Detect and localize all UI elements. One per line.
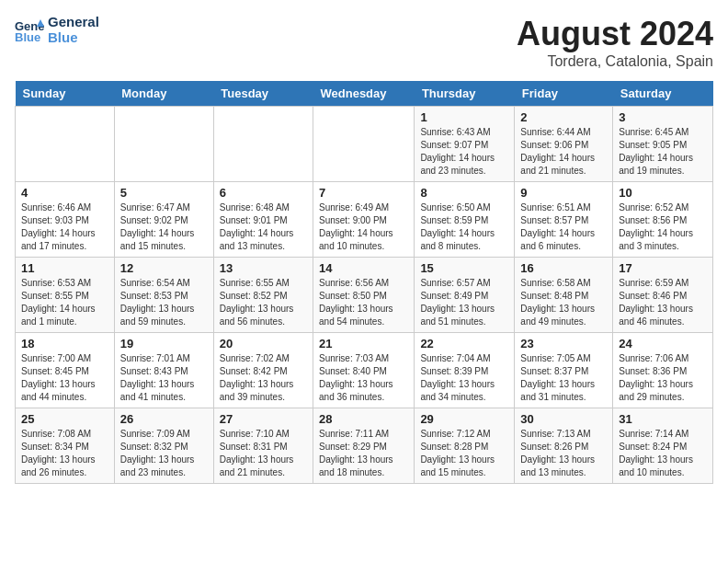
calendar-cell: 20Sunrise: 7:02 AM Sunset: 8:42 PM Dayli… xyxy=(213,333,313,408)
calendar-cell: 7Sunrise: 6:49 AM Sunset: 9:00 PM Daylig… xyxy=(313,182,415,258)
calendar-header-row: SundayMondayTuesdayWednesdayThursdayFrid… xyxy=(16,81,713,107)
day-info: Sunrise: 6:58 AM Sunset: 8:48 PM Dayligh… xyxy=(520,277,607,328)
calendar-cell: 22Sunrise: 7:04 AM Sunset: 8:39 PM Dayli… xyxy=(415,333,515,408)
calendar-cell xyxy=(114,107,213,182)
day-number: 7 xyxy=(319,186,408,200)
day-number: 11 xyxy=(21,261,108,275)
calendar-cell: 13Sunrise: 6:55 AM Sunset: 8:52 PM Dayli… xyxy=(213,258,313,333)
day-number: 16 xyxy=(520,261,607,275)
day-number: 17 xyxy=(619,261,707,275)
calendar-cell xyxy=(16,107,115,182)
logo: General Blue General Blue xyxy=(15,15,99,45)
calendar-cell xyxy=(313,107,415,182)
calendar-cell: 30Sunrise: 7:13 AM Sunset: 8:26 PM Dayli… xyxy=(515,408,613,484)
day-number: 23 xyxy=(520,337,607,350)
calendar-cell: 12Sunrise: 6:54 AM Sunset: 8:53 PM Dayli… xyxy=(114,258,213,333)
calendar-title-area: August 2024 Tordera, Catalonia, Spain xyxy=(517,15,713,70)
day-info: Sunrise: 7:14 AM Sunset: 8:24 PM Dayligh… xyxy=(619,428,707,479)
day-info: Sunrise: 6:54 AM Sunset: 8:53 PM Dayligh… xyxy=(120,277,208,328)
day-info: Sunrise: 7:10 AM Sunset: 8:31 PM Dayligh… xyxy=(220,428,307,479)
day-number: 4 xyxy=(21,186,108,200)
day-info: Sunrise: 7:11 AM Sunset: 8:29 PM Dayligh… xyxy=(319,428,408,479)
calendar-cell: 14Sunrise: 6:56 AM Sunset: 8:50 PM Dayli… xyxy=(313,258,415,333)
day-info: Sunrise: 6:56 AM Sunset: 8:50 PM Dayligh… xyxy=(319,277,408,328)
calendar-cell: 29Sunrise: 7:12 AM Sunset: 8:28 PM Dayli… xyxy=(415,408,515,484)
day-number: 28 xyxy=(319,412,408,426)
day-number: 24 xyxy=(619,337,707,350)
calendar-subtitle: Tordera, Catalonia, Spain xyxy=(517,53,713,70)
calendar-cell: 23Sunrise: 7:05 AM Sunset: 8:37 PM Dayli… xyxy=(515,333,613,408)
calendar-week-2: 4Sunrise: 6:46 AM Sunset: 9:03 PM Daylig… xyxy=(16,182,713,258)
logo-icon: General Blue xyxy=(15,17,44,43)
day-info: Sunrise: 6:55 AM Sunset: 8:52 PM Dayligh… xyxy=(220,277,307,328)
day-info: Sunrise: 7:13 AM Sunset: 8:26 PM Dayligh… xyxy=(520,428,607,479)
day-number: 5 xyxy=(120,186,208,200)
day-number: 9 xyxy=(520,186,607,200)
calendar-cell: 10Sunrise: 6:52 AM Sunset: 8:56 PM Dayli… xyxy=(613,182,713,258)
day-number: 29 xyxy=(420,412,508,426)
calendar-cell: 21Sunrise: 7:03 AM Sunset: 8:40 PM Dayli… xyxy=(313,333,415,408)
header-sunday: Sunday xyxy=(16,81,115,107)
day-info: Sunrise: 6:53 AM Sunset: 8:55 PM Dayligh… xyxy=(21,277,108,328)
day-info: Sunrise: 7:00 AM Sunset: 8:45 PM Dayligh… xyxy=(21,352,108,404)
calendar-cell: 25Sunrise: 7:08 AM Sunset: 8:34 PM Dayli… xyxy=(16,408,115,484)
page-header: General Blue General Blue August 2024 To… xyxy=(15,15,713,70)
calendar-cell: 5Sunrise: 6:47 AM Sunset: 9:02 PM Daylig… xyxy=(114,182,213,258)
day-info: Sunrise: 6:52 AM Sunset: 8:56 PM Dayligh… xyxy=(619,201,707,253)
day-info: Sunrise: 7:03 AM Sunset: 8:40 PM Dayligh… xyxy=(319,352,408,404)
day-info: Sunrise: 6:45 AM Sunset: 9:05 PM Dayligh… xyxy=(619,126,707,178)
day-number: 8 xyxy=(420,186,508,200)
calendar-cell: 15Sunrise: 6:57 AM Sunset: 8:49 PM Dayli… xyxy=(415,258,515,333)
calendar-cell: 8Sunrise: 6:50 AM Sunset: 8:59 PM Daylig… xyxy=(415,182,515,258)
logo-blue: Blue xyxy=(48,30,99,46)
day-info: Sunrise: 7:12 AM Sunset: 8:28 PM Dayligh… xyxy=(420,428,508,479)
header-saturday: Saturday xyxy=(613,81,713,107)
day-number: 6 xyxy=(220,186,307,200)
day-number: 30 xyxy=(520,412,607,426)
day-number: 14 xyxy=(319,261,408,275)
day-info: Sunrise: 6:59 AM Sunset: 8:46 PM Dayligh… xyxy=(619,277,707,328)
calendar-cell: 18Sunrise: 7:00 AM Sunset: 8:45 PM Dayli… xyxy=(16,333,115,408)
day-number: 20 xyxy=(220,337,307,350)
header-wednesday: Wednesday xyxy=(313,81,415,107)
day-number: 13 xyxy=(220,261,307,275)
calendar-cell: 4Sunrise: 6:46 AM Sunset: 9:03 PM Daylig… xyxy=(16,182,115,258)
day-number: 25 xyxy=(21,412,108,426)
day-number: 27 xyxy=(220,412,307,426)
calendar-cell: 9Sunrise: 6:51 AM Sunset: 8:57 PM Daylig… xyxy=(515,182,613,258)
header-thursday: Thursday xyxy=(415,81,515,107)
day-number: 3 xyxy=(619,110,707,124)
day-info: Sunrise: 7:04 AM Sunset: 8:39 PM Dayligh… xyxy=(420,352,508,404)
day-number: 10 xyxy=(619,186,707,200)
day-info: Sunrise: 6:49 AM Sunset: 9:00 PM Dayligh… xyxy=(319,201,408,253)
day-number: 26 xyxy=(120,412,208,426)
day-number: 19 xyxy=(120,337,208,350)
calendar-cell: 11Sunrise: 6:53 AM Sunset: 8:55 PM Dayli… xyxy=(16,258,115,333)
day-info: Sunrise: 7:05 AM Sunset: 8:37 PM Dayligh… xyxy=(520,352,607,404)
day-info: Sunrise: 7:09 AM Sunset: 8:32 PM Dayligh… xyxy=(120,428,208,479)
calendar-cell xyxy=(213,107,313,182)
day-info: Sunrise: 7:02 AM Sunset: 8:42 PM Dayligh… xyxy=(220,352,307,404)
day-number: 12 xyxy=(120,261,208,275)
day-info: Sunrise: 6:51 AM Sunset: 8:57 PM Dayligh… xyxy=(520,201,607,253)
day-number: 15 xyxy=(420,261,508,275)
day-info: Sunrise: 6:46 AM Sunset: 9:03 PM Dayligh… xyxy=(21,201,108,253)
calendar-cell: 28Sunrise: 7:11 AM Sunset: 8:29 PM Dayli… xyxy=(313,408,415,484)
header-friday: Friday xyxy=(515,81,613,107)
calendar-cell: 26Sunrise: 7:09 AM Sunset: 8:32 PM Dayli… xyxy=(114,408,213,484)
day-number: 22 xyxy=(420,337,508,350)
day-info: Sunrise: 6:50 AM Sunset: 8:59 PM Dayligh… xyxy=(420,201,508,253)
calendar-week-1: 1Sunrise: 6:43 AM Sunset: 9:07 PM Daylig… xyxy=(16,107,713,182)
day-info: Sunrise: 6:48 AM Sunset: 9:01 PM Dayligh… xyxy=(220,201,307,253)
calendar-title: August 2024 xyxy=(517,15,713,53)
calendar-cell: 16Sunrise: 6:58 AM Sunset: 8:48 PM Dayli… xyxy=(515,258,613,333)
calendar-cell: 27Sunrise: 7:10 AM Sunset: 8:31 PM Dayli… xyxy=(213,408,313,484)
calendar-week-5: 25Sunrise: 7:08 AM Sunset: 8:34 PM Dayli… xyxy=(16,408,713,484)
day-number: 21 xyxy=(319,337,408,350)
day-number: 31 xyxy=(619,412,707,426)
header-tuesday: Tuesday xyxy=(213,81,313,107)
day-info: Sunrise: 7:01 AM Sunset: 8:43 PM Dayligh… xyxy=(120,352,208,404)
logo-general: General xyxy=(48,15,99,30)
day-number: 2 xyxy=(520,110,607,124)
calendar-week-3: 11Sunrise: 6:53 AM Sunset: 8:55 PM Dayli… xyxy=(16,258,713,333)
